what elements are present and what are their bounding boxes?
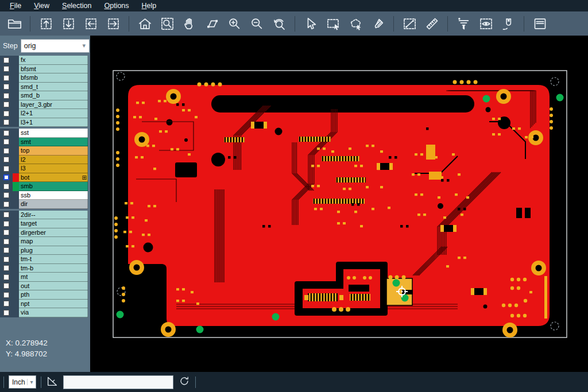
pan-down-icon[interactable] xyxy=(59,14,78,33)
layer-label[interactable]: mt xyxy=(19,273,88,282)
layer-row-l3[interactable]: l3 xyxy=(0,164,88,173)
layer-checkbox[interactable] xyxy=(3,157,9,162)
layer-row-bfsmb[interactable]: bfsmb xyxy=(0,73,88,83)
pan-left-icon[interactable] xyxy=(81,14,100,33)
layer-checkbox[interactable] xyxy=(3,212,9,218)
layer-color-swatch[interactable] xyxy=(13,100,19,110)
snap-magnet-icon[interactable] xyxy=(498,14,518,33)
step-select[interactable]: orig ▾ xyxy=(21,39,90,53)
menu-view[interactable]: View xyxy=(28,0,56,11)
select-cursor-icon[interactable] xyxy=(301,14,320,33)
layer-color-swatch[interactable] xyxy=(13,300,19,309)
pcb-canvas[interactable] xyxy=(90,36,588,372)
layer-color-swatch[interactable] xyxy=(13,129,19,138)
layer-color-swatch[interactable] xyxy=(13,65,19,74)
layer-label[interactable]: top xyxy=(19,146,88,156)
layer-row-map[interactable]: map xyxy=(0,237,88,246)
unit-select[interactable]: Inch ▾ xyxy=(9,375,36,389)
layer-label[interactable]: l2+1 xyxy=(19,109,88,118)
layer-row-top[interactable]: top xyxy=(0,146,88,156)
layer-label[interactable]: smb xyxy=(19,182,88,191)
layer-label[interactable]: npt xyxy=(19,300,88,309)
layer-row-2dir--[interactable]: 2dir-- xyxy=(0,211,88,220)
layer-color-swatch[interactable] xyxy=(13,118,19,127)
layer-checkbox[interactable] xyxy=(3,139,9,145)
menu-file[interactable]: File xyxy=(3,0,28,11)
angle-measure-icon[interactable] xyxy=(46,375,59,390)
zoom-in-icon[interactable] xyxy=(225,14,244,33)
layer-checkbox[interactable] xyxy=(3,119,9,125)
chevron-down-icon[interactable]: ▾ xyxy=(27,379,36,385)
layer-label[interactable]: out xyxy=(19,282,88,291)
layer-checkbox[interactable] xyxy=(3,75,9,81)
rect-select-icon[interactable] xyxy=(323,14,343,33)
layer-row-tm-b[interactable]: tm-b xyxy=(0,264,88,273)
layer-row-target[interactable]: target xyxy=(0,219,88,228)
layer-row-tm-t[interactable]: tm-t xyxy=(0,255,88,264)
zoom-region-icon[interactable] xyxy=(157,14,177,33)
layer-color-swatch[interactable] xyxy=(13,164,19,173)
layer-color-swatch[interactable] xyxy=(13,182,19,191)
layer-checkbox[interactable] xyxy=(3,130,9,136)
menu-selection[interactable]: Selection xyxy=(56,0,98,11)
ruler-icon[interactable] xyxy=(422,14,442,33)
pan-up-icon[interactable] xyxy=(36,14,56,33)
layer-label[interactable]: dir xyxy=(19,200,88,209)
layer-label[interactable]: l3+1 xyxy=(19,118,88,127)
layer-label[interactable]: smt xyxy=(19,138,88,147)
layer-color-swatch[interactable] xyxy=(13,73,19,83)
layer-checkbox[interactable] xyxy=(3,57,9,63)
layer-label[interactable]: layer_3.gbr xyxy=(19,100,88,110)
layer-label[interactable]: ssb xyxy=(19,191,88,200)
menu-options[interactable]: Options xyxy=(98,0,135,11)
chevron-down-icon[interactable]: ▾ xyxy=(79,42,89,49)
layer-color-swatch[interactable] xyxy=(13,191,19,200)
layer-row-smd_b[interactable]: smd_b xyxy=(0,91,88,100)
view-region-icon[interactable] xyxy=(476,14,496,33)
layer-color-swatch[interactable] xyxy=(13,237,19,246)
layer-checkbox[interactable] xyxy=(3,66,9,72)
layer-label[interactable]: bot⊞ xyxy=(19,173,88,183)
layer-color-swatch[interactable] xyxy=(13,200,19,209)
layer-color-swatch[interactable] xyxy=(13,156,19,165)
layer-row-l2[interactable]: l2 xyxy=(0,156,88,165)
layer-row-npt[interactable]: npt xyxy=(0,300,88,309)
brush-select-icon[interactable] xyxy=(368,14,388,33)
layer-color-swatch[interactable] xyxy=(13,282,19,291)
layer-label[interactable]: plug xyxy=(19,246,88,255)
layer-color-swatch[interactable] xyxy=(13,264,19,273)
layer-color-swatch[interactable] xyxy=(13,211,19,220)
layer-row-dir[interactable]: dir xyxy=(0,200,88,209)
layer-checkbox[interactable] xyxy=(3,111,9,117)
layer-checkbox[interactable] xyxy=(3,184,9,189)
layer-row-mt[interactable]: mt xyxy=(0,273,88,282)
layer-checkbox[interactable] xyxy=(3,174,9,180)
layer-row-bot[interactable]: bot⊞ xyxy=(0,173,88,183)
layer-label[interactable]: pth xyxy=(19,290,88,300)
layer-color-swatch[interactable] xyxy=(13,138,19,147)
layer-row-plug[interactable]: plug xyxy=(0,246,88,255)
layer-row-out[interactable]: out xyxy=(0,282,88,291)
layer-checkbox[interactable] xyxy=(3,221,9,227)
layer-checkbox[interactable] xyxy=(3,257,9,262)
layer-color-swatch[interactable] xyxy=(13,83,19,92)
layer-label[interactable]: 2dir-- xyxy=(19,211,88,220)
layer-label[interactable]: l2 xyxy=(19,156,88,165)
layer-label[interactable]: fx xyxy=(19,56,88,65)
layer-label[interactable]: target xyxy=(19,219,88,228)
layer-checkbox[interactable] xyxy=(3,201,9,207)
layer-checkbox[interactable] xyxy=(3,274,9,280)
layer-label[interactable]: l3 xyxy=(19,164,88,173)
layer-label[interactable]: smd_b xyxy=(19,91,88,100)
layer-row-layer_3.gbr[interactable]: layer_3.gbr xyxy=(0,100,88,110)
layer-checkbox[interactable] xyxy=(3,93,9,99)
layer-color-swatch[interactable] xyxy=(13,255,19,264)
layer-color-swatch[interactable] xyxy=(13,173,19,183)
layer-row-dirgerber[interactable]: dirgerber xyxy=(0,228,88,238)
layer-color-swatch[interactable] xyxy=(13,290,19,300)
layer-label[interactable]: bfsmt xyxy=(19,65,88,74)
layer-checkbox[interactable] xyxy=(3,84,9,90)
layer-checkbox[interactable] xyxy=(3,102,9,107)
layer-label[interactable]: smd_t xyxy=(19,83,88,92)
layers-panel-icon[interactable] xyxy=(530,14,550,33)
